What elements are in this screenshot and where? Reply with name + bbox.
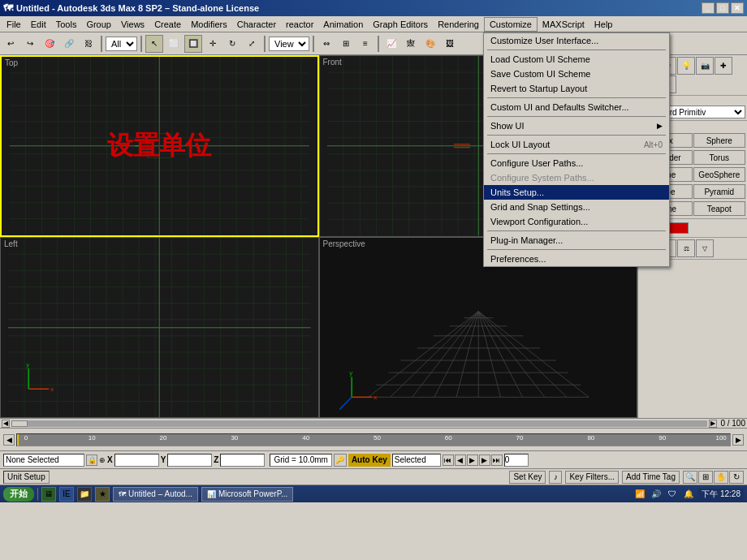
redo-button[interactable]: ↪: [21, 35, 39, 53]
security-tray-icon[interactable]: 🛡: [666, 488, 679, 501]
menu-character[interactable]: Character: [232, 18, 281, 31]
network-tray-icon[interactable]: 📶: [633, 488, 646, 501]
scroll-right-btn[interactable]: ▶: [709, 420, 717, 428]
align-button[interactable]: ⊞: [337, 35, 355, 53]
helpers-btn[interactable]: ✚: [715, 57, 732, 75]
lights-btn[interactable]: 💡: [677, 57, 695, 75]
taskbar-app-2[interactable]: 📊 Microsoft PowerP...: [201, 487, 293, 502]
go-end-btn[interactable]: ⏭: [491, 454, 503, 466]
start-button[interactable]: 开始: [3, 487, 34, 502]
panel-extra-3[interactable]: ⚖: [677, 239, 695, 257]
menu-group[interactable]: Group: [81, 18, 116, 31]
lock-selection-btn[interactable]: 🔒: [86, 454, 97, 466]
panel-extra-4[interactable]: ▽: [696, 239, 714, 257]
music-icon[interactable]: ♪: [549, 471, 562, 484]
select-obj-button[interactable]: 🎯: [41, 35, 58, 53]
select-by-name-button[interactable]: 🔲: [184, 35, 202, 53]
menu-lock-ui[interactable]: Lock UI Layout Alt+0: [484, 137, 669, 152]
taskbar-icon-4[interactable]: ★: [95, 487, 110, 502]
scale-button[interactable]: ⤢: [243, 35, 261, 53]
key-filters-btn[interactable]: Key Filters...: [565, 471, 619, 484]
zoom-all-btn[interactable]: ⊞: [698, 471, 713, 484]
zoom-btn[interactable]: 🔍: [683, 471, 697, 484]
next-frame-btn[interactable]: ▶: [479, 454, 490, 466]
pyramid-btn[interactable]: Pyramid: [693, 184, 746, 199]
undo-button[interactable]: ↩: [2, 35, 19, 53]
timeline-track[interactable]: 0 10 20 30 40 50 60 70 80 90 100: [16, 433, 731, 446]
menu-plugin-mgr[interactable]: Plug-in Manager...: [484, 233, 669, 248]
set-key-btn[interactable]: Set Key: [509, 471, 546, 484]
autokey-btn[interactable]: Auto Key: [348, 454, 391, 467]
menu-viewport-config[interactable]: Viewport Configuration...: [484, 214, 669, 229]
filter-dropdown[interactable]: All: [106, 37, 137, 51]
menu-conf-user-paths[interactable]: Configure User Paths...: [484, 156, 669, 170]
geosphere-btn[interactable]: GeoSphere: [693, 167, 746, 182]
menu-reactor[interactable]: reactor: [281, 18, 318, 31]
torus-btn[interactable]: Torus: [693, 150, 746, 165]
play-btn[interactable]: ▶: [467, 454, 478, 466]
schematic-view-button[interactable]: 🕸: [402, 35, 420, 53]
taskbar-icon-2[interactable]: IE: [59, 487, 74, 502]
menu-create[interactable]: Create: [149, 18, 186, 31]
teapot-btn[interactable]: Teapot: [693, 201, 746, 216]
menu-units-setup[interactable]: Units Setup...: [484, 185, 669, 200]
link-button[interactable]: 🔗: [60, 35, 78, 53]
select-button[interactable]: ↖: [145, 35, 163, 53]
sphere-btn[interactable]: Sphere: [693, 133, 746, 148]
volume-tray-icon[interactable]: 🔊: [650, 488, 663, 501]
scroll-left-btn[interactable]: ◀: [2, 420, 10, 428]
menu-save-ui[interactable]: Save Custom UI Scheme: [484, 67, 669, 81]
menu-file[interactable]: File: [2, 18, 26, 31]
pan-btn[interactable]: ✋: [714, 471, 728, 484]
timeline-prev-btn[interactable]: ◀: [3, 434, 15, 446]
x-input[interactable]: [114, 454, 159, 467]
menu-load-ui[interactable]: Load Custom UI Scheme: [484, 52, 669, 67]
prev-frame-btn[interactable]: ◀: [455, 454, 466, 466]
reference-dropdown[interactable]: View: [269, 37, 309, 51]
menu-cust-ui[interactable]: Customize User Interface...: [484, 33, 669, 48]
menu-edit[interactable]: Edit: [26, 18, 51, 31]
go-start-btn[interactable]: ⏮: [443, 454, 454, 466]
arc-rotate-btn[interactable]: ↻: [729, 471, 744, 484]
menu-animation[interactable]: Animation: [318, 18, 368, 31]
menu-grid-snap[interactable]: Grid and Snap Settings...: [484, 200, 669, 214]
unlink-button[interactable]: ⛓: [80, 35, 97, 53]
mirror-button[interactable]: ⇔: [317, 35, 335, 53]
scroll-track[interactable]: [11, 420, 707, 427]
taskbar-icon-3[interactable]: 📁: [77, 487, 92, 502]
select-region-button[interactable]: ⬜: [165, 35, 183, 53]
frame-input[interactable]: [504, 454, 529, 467]
menu-ui-switcher[interactable]: Custom UI and Defaults Switcher...: [484, 100, 669, 114]
cameras-btn[interactable]: 📷: [696, 57, 714, 75]
curve-editor-button[interactable]: 📈: [382, 35, 400, 53]
menu-maxscript[interactable]: MAXScript: [538, 18, 589, 31]
rotate-button[interactable]: ↻: [223, 35, 241, 53]
menu-graph-editors[interactable]: Graph Editors: [368, 18, 433, 31]
material-editor-button[interactable]: 🎨: [421, 35, 439, 53]
close-button[interactable]: ✕: [731, 2, 744, 14]
z-input[interactable]: [220, 454, 265, 467]
menu-customize[interactable]: Customize: [484, 17, 538, 32]
render-scene-button[interactable]: 🖼: [441, 35, 459, 53]
menu-views[interactable]: Views: [116, 18, 149, 31]
select-and-move-button[interactable]: ✛: [204, 35, 222, 53]
menu-rendering[interactable]: Rendering: [433, 18, 484, 31]
menu-help[interactable]: Help: [589, 18, 618, 31]
maximize-button[interactable]: □: [716, 2, 729, 14]
scroll-thumb[interactable]: [11, 420, 28, 427]
menu-preferences[interactable]: Preferences...: [484, 252, 669, 266]
update-tray-icon[interactable]: 🔔: [682, 488, 695, 501]
menu-show-ui[interactable]: Show UI ▶: [484, 118, 669, 133]
menu-modifiers[interactable]: Modifiers: [186, 18, 232, 31]
viewport-top[interactable]: Top: [0, 55, 319, 237]
y-input[interactable]: [167, 454, 212, 467]
taskbar-icon-1[interactable]: 🖥: [41, 487, 56, 502]
viewport-left[interactable]: Left: [0, 237, 319, 419]
key-icon[interactable]: 🔑: [334, 454, 347, 467]
selected-dropdown[interactable]: Selected: [392, 454, 441, 467]
timeline-next-btn[interactable]: ▶: [732, 434, 744, 446]
add-time-tag-btn[interactable]: Add Time Tag: [622, 471, 680, 484]
taskbar-app-1[interactable]: 🗺 Untitled – Autod...: [113, 487, 198, 502]
menu-conf-sys-paths[interactable]: Configure System Paths...: [484, 170, 669, 185]
minimize-button[interactable]: _: [702, 2, 715, 14]
